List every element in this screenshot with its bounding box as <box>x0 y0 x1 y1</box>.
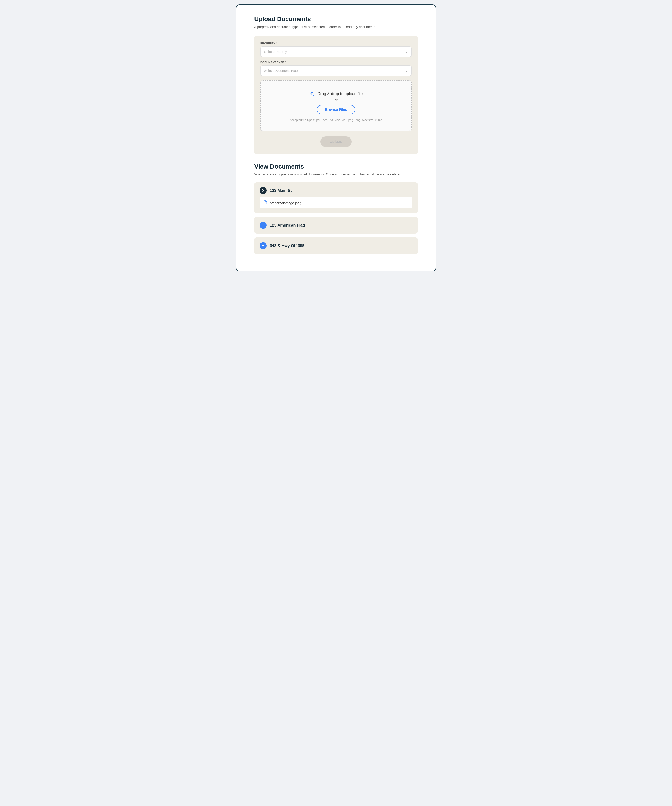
document-filename-propertydamage: propertydamage.jpeg <box>270 201 301 205</box>
dropzone-or-text: or <box>266 98 406 102</box>
property-expand-button-123-american-flag[interactable]: + <box>260 222 267 229</box>
property-name-342-hwy-off-359: 342 & Hwy Off 359 <box>270 243 305 248</box>
document-type-select[interactable]: Select Document Type <box>260 65 412 76</box>
upload-card: PROPERTY * Select Property ⌄ DOCUMENT TY… <box>254 36 418 154</box>
property-card-342-hwy-off-359: + 342 & Hwy Off 359 <box>254 237 418 254</box>
property-card-123-main-st: ✕ 123 Main St propertydamage.jpeg <box>254 182 418 213</box>
property-field-group: PROPERTY * Select Property ⌄ <box>260 42 412 57</box>
close-icon: ✕ <box>262 188 265 193</box>
file-icon-svg <box>264 200 267 204</box>
document-list-123-main-st: propertydamage.jpeg <box>260 197 412 208</box>
document-type-field-group: DOCUMENT TYPE * Select Document Type ⌄ <box>260 61 412 76</box>
page-container: Upload Documents A property and document… <box>236 5 436 271</box>
document-item-propertydamage: propertydamage.jpeg <box>260 197 412 208</box>
property-card-123-american-flag: + 123 American Flag <box>254 217 418 234</box>
document-type-label: DOCUMENT TYPE * <box>260 61 412 64</box>
upload-section-title: Upload Documents <box>254 16 418 23</box>
property-name-123-american-flag: 123 American Flag <box>270 223 305 228</box>
upload-button[interactable]: Upload <box>320 136 352 147</box>
view-section-title: View Documents <box>254 163 418 170</box>
property-header-123-american-flag: + 123 American Flag <box>260 222 412 229</box>
plus-icon: + <box>262 244 264 248</box>
view-section-description: You can view any previously upload docum… <box>254 172 418 177</box>
dropzone-title: Drag & drop to upload file <box>266 91 406 97</box>
dropzone[interactable]: Drag & drop to upload file or Browse Fil… <box>260 80 412 131</box>
plus-icon: + <box>262 223 264 227</box>
property-name-123-main-st: 123 Main St <box>270 188 292 193</box>
property-select-wrapper: Select Property ⌄ <box>260 46 412 57</box>
property-label: PROPERTY * <box>260 42 412 45</box>
property-header-342-hwy-off-359: + 342 & Hwy Off 359 <box>260 242 412 249</box>
property-expand-button-342-hwy-off-359[interactable]: + <box>260 242 267 249</box>
document-type-select-wrapper: Select Document Type ⌄ <box>260 65 412 76</box>
property-collapse-button-123-main-st[interactable]: ✕ <box>260 187 267 194</box>
property-header-123-main-st: ✕ 123 Main St <box>260 187 412 194</box>
property-select[interactable]: Select Property <box>260 46 412 57</box>
dropzone-hint: Accepted file types: .pdf, .doc, .txt, .… <box>266 118 406 122</box>
browse-files-button[interactable]: Browse Files <box>317 105 356 114</box>
document-file-icon <box>264 200 267 205</box>
upload-section-description: A property and document type must be sel… <box>254 25 418 30</box>
upload-arrow-icon <box>309 91 315 97</box>
